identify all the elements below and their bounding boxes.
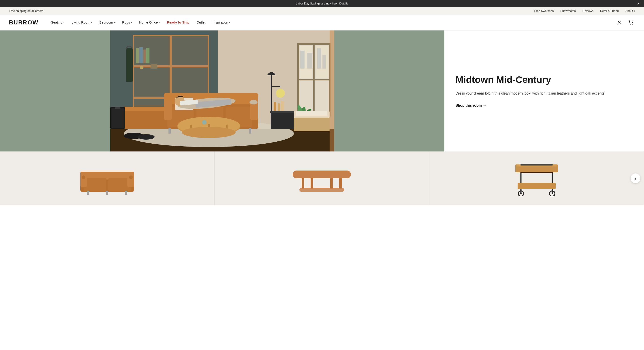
hero-title: Midtown Mid-Century xyxy=(456,74,633,85)
svg-rect-17 xyxy=(150,64,157,69)
nav-item-rugs-label: Rugs xyxy=(122,20,130,24)
svg-rect-13 xyxy=(140,47,143,63)
cart-icon xyxy=(628,20,634,25)
sofa-product-image xyxy=(74,160,141,196)
utility-link-refer[interactable]: Refer a Friend xyxy=(600,9,619,13)
svg-rect-9 xyxy=(172,67,208,97)
svg-point-64 xyxy=(138,134,154,140)
svg-rect-52 xyxy=(281,101,284,111)
nav-item-bedroom[interactable]: Bedroom ▾ xyxy=(96,15,118,31)
svg-point-84 xyxy=(82,176,85,179)
logo[interactable]: BURROW xyxy=(9,19,38,26)
svg-rect-89 xyxy=(330,178,333,189)
svg-point-85 xyxy=(129,176,133,179)
hero-content: Midtown Mid-Century Dress your dream lof… xyxy=(444,31,644,151)
svg-rect-86 xyxy=(293,170,351,178)
announcement-details-link[interactable]: Details xyxy=(339,2,348,5)
svg-rect-12 xyxy=(136,48,139,63)
utility-link-free-swatches[interactable]: Free Swatches xyxy=(534,9,554,13)
next-icon: › xyxy=(635,176,636,181)
nav-item-living-room[interactable]: Living Room ▾ xyxy=(68,15,96,31)
nav-item-home-office[interactable]: Home Office ▾ xyxy=(136,15,163,31)
utility-link-reviews[interactable]: Reviews xyxy=(582,9,594,13)
nav-item-seating-label: Seating xyxy=(51,20,62,24)
product-card-bar-cart[interactable] xyxy=(430,151,644,205)
nav-item-seating[interactable]: Seating ▾ xyxy=(48,15,68,31)
account-button[interactable] xyxy=(616,19,623,26)
svg-rect-68 xyxy=(317,48,321,69)
announcement-bar: Labor Day Savings are now live! Details … xyxy=(0,0,644,7)
svg-rect-61 xyxy=(112,108,124,128)
product-card-coffee-table[interactable] xyxy=(214,151,429,205)
nav-item-living-room-label: Living Room xyxy=(72,20,90,24)
bedroom-chevron-icon: ▾ xyxy=(114,21,115,24)
svg-rect-91 xyxy=(300,188,344,192)
svg-rect-74 xyxy=(330,31,334,151)
svg-rect-62 xyxy=(115,107,120,109)
nav-item-inspiration[interactable]: Inspiration ▾ xyxy=(209,15,234,31)
nav-links: Seating ▾ Living Room ▾ Bedroom ▾ Rugs ▾… xyxy=(48,15,616,31)
living-room-chevron-icon: ▾ xyxy=(91,21,92,24)
hero-section: Midtown Mid-Century Dress your dream lof… xyxy=(0,31,644,151)
svg-rect-27 xyxy=(164,100,172,120)
svg-rect-48 xyxy=(272,111,294,129)
product-row: › xyxy=(0,151,644,205)
svg-point-37 xyxy=(250,100,258,104)
svg-rect-72 xyxy=(296,111,327,116)
nav-item-bedroom-label: Bedroom xyxy=(99,20,113,24)
next-product-button[interactable]: › xyxy=(630,173,640,183)
svg-rect-59 xyxy=(126,48,133,82)
svg-rect-81 xyxy=(87,191,89,195)
svg-rect-87 xyxy=(302,178,304,189)
seating-chevron-icon: ▾ xyxy=(63,21,64,24)
inspiration-chevron-icon: ▾ xyxy=(229,21,230,24)
coffee-table-product-image xyxy=(288,160,355,196)
announcement-close-button[interactable]: × xyxy=(637,2,640,6)
account-icon xyxy=(617,20,622,25)
nav-item-ready-to-ship[interactable]: Ready to Ship xyxy=(163,15,193,31)
svg-point-100 xyxy=(520,193,522,194)
nav-item-home-office-label: Home Office xyxy=(139,20,158,24)
svg-rect-29 xyxy=(168,128,171,133)
cart-button[interactable] xyxy=(628,19,635,26)
utility-bar: Free shipping on all orders! Free Swatch… xyxy=(0,7,644,15)
hero-image xyxy=(0,31,444,151)
hero-shop-link[interactable]: Shop this room → xyxy=(456,103,633,108)
rugs-chevron-icon: ▾ xyxy=(131,21,132,24)
svg-point-2 xyxy=(632,24,633,25)
utility-link-about[interactable]: About ▾ xyxy=(626,9,635,13)
svg-rect-88 xyxy=(310,178,313,189)
main-navigation: BURROW Seating ▾ Living Room ▾ Bedroom ▾… xyxy=(0,15,644,31)
svg-point-1 xyxy=(630,24,631,25)
utility-link-showrooms[interactable]: Showrooms xyxy=(560,9,576,13)
svg-rect-90 xyxy=(339,178,342,189)
about-chevron-icon: ▾ xyxy=(634,10,635,12)
svg-point-44 xyxy=(202,120,206,125)
nav-item-outlet-label: Outlet xyxy=(196,20,206,24)
svg-rect-31 xyxy=(249,128,251,133)
svg-rect-49 xyxy=(270,111,295,113)
svg-rect-51 xyxy=(278,103,280,111)
nav-item-ready-to-ship-label: Ready to Ship xyxy=(167,20,189,24)
svg-rect-82 xyxy=(106,191,108,195)
free-shipping-text: Free shipping on all orders! xyxy=(9,9,44,13)
home-office-chevron-icon: ▾ xyxy=(159,21,160,24)
svg-rect-15 xyxy=(146,48,150,63)
product-card-sofa[interactable] xyxy=(0,151,214,205)
svg-rect-7 xyxy=(172,36,208,65)
hero-description: Dress your dream loft in this clean mode… xyxy=(456,91,633,96)
svg-rect-76 xyxy=(80,172,134,180)
nav-item-inspiration-label: Inspiration xyxy=(212,20,228,24)
svg-rect-66 xyxy=(300,51,304,69)
utility-links: Free Swatches Showrooms Reviews Refer a … xyxy=(534,9,635,13)
announcement-text: Labor Day Savings are now live! xyxy=(296,2,338,5)
hero-scene-svg xyxy=(0,31,444,151)
nav-item-rugs[interactable]: Rugs ▾ xyxy=(118,15,136,31)
svg-rect-83 xyxy=(125,191,127,195)
svg-rect-95 xyxy=(516,165,557,166)
svg-point-16 xyxy=(140,66,144,69)
nav-item-outlet[interactable]: Outlet xyxy=(193,15,209,31)
svg-rect-6 xyxy=(134,36,170,65)
svg-point-101 xyxy=(552,193,553,194)
svg-point-43 xyxy=(182,127,236,138)
